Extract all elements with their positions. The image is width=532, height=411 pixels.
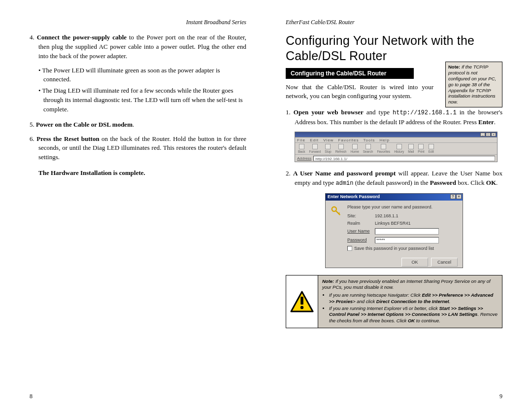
- tb-favorites[interactable]: Favorites: [377, 144, 390, 153]
- back-icon: [299, 144, 304, 149]
- warning-icon: [290, 291, 314, 312]
- dialog-prompt: Please type your user name and password.: [347, 205, 458, 209]
- dialog-close-icon[interactable]: ×: [456, 194, 462, 199]
- right-page: EtherFast Cable/DSL Router Configuring Y…: [266, 0, 532, 411]
- ok-button[interactable]: OK: [401, 258, 428, 267]
- stop-icon: [325, 144, 331, 149]
- svg-line-2: [339, 212, 340, 213]
- tb-mail[interactable]: Mail: [408, 144, 414, 153]
- menu-view[interactable]: View: [323, 138, 333, 142]
- username-input[interactable]: [375, 228, 439, 235]
- step-5: 5. Power on the Cable or DSL modem.: [30, 120, 246, 130]
- page-number-right: 9: [499, 393, 502, 400]
- series-header-right: EtherFast Cable/DSL Router: [286, 19, 502, 26]
- step6-bold: Press the Reset button: [36, 135, 99, 142]
- username-row: User Name: [347, 228, 458, 235]
- menu-edit[interactable]: Edit: [310, 138, 319, 142]
- cancel-button[interactable]: Cancel: [431, 258, 458, 267]
- warning-icon-cell: [286, 275, 318, 328]
- tb-search[interactable]: Search: [363, 144, 373, 153]
- intro-text: Now that the Cable/DSL Router is wired i…: [286, 83, 433, 102]
- favorites-icon: [381, 144, 386, 149]
- password-row: Password *****: [347, 237, 458, 243]
- note-text: If the TCP/IP protocol is not configured…: [448, 64, 496, 104]
- dialog-help-icon[interactable]: ?: [450, 194, 456, 199]
- password-input[interactable]: *****: [375, 237, 439, 243]
- key-icon: [331, 206, 341, 216]
- print-icon: [418, 144, 424, 149]
- forward-icon: [312, 144, 318, 149]
- password-label: Password: [347, 238, 375, 242]
- warn-bullet-netscape: If you are running Netscape Navigator: C…: [329, 292, 498, 305]
- realm-label: Realm: [347, 221, 375, 226]
- warn-bullet-ie: If you are running Internet Explorer v5 …: [329, 306, 498, 324]
- address-label: Address: [297, 156, 311, 161]
- step-2: 2. A User Name and password prompt will …: [286, 169, 502, 188]
- browser-titlebar: _ □ ×: [295, 132, 497, 137]
- browser-toolbar: Back Forward Stop Refresh Home Search Fa…: [295, 143, 497, 155]
- search-icon: [366, 144, 371, 149]
- close-icon[interactable]: ×: [491, 133, 496, 137]
- note-label: Note:: [448, 64, 460, 69]
- warn-note-label: Note:: [322, 278, 334, 284]
- dialog-title-text: Enter Network Password: [328, 194, 380, 199]
- save-password-checkbox[interactable]: [347, 246, 352, 251]
- save-password-label: Save this password in your password list: [354, 246, 434, 251]
- menu-tools[interactable]: Tools: [364, 138, 375, 142]
- svg-rect-4: [300, 297, 303, 305]
- mail-icon: [408, 144, 414, 149]
- realm-value: Linksys BEFSR41: [375, 221, 411, 226]
- install-complete: The Hardware Installation is complete.: [30, 169, 246, 177]
- tcpip-note-box: Note: If the TCP/IP protocol is not conf…: [445, 62, 502, 107]
- address-bar-row: Address http://192.168.1.1/: [295, 155, 497, 162]
- tb-print[interactable]: Print: [418, 144, 424, 153]
- site-label: Site:: [347, 213, 375, 218]
- maximize-icon[interactable]: □: [486, 133, 491, 137]
- router-url: http://192.168.1.1: [393, 109, 457, 116]
- minimize-icon[interactable]: _: [480, 133, 485, 137]
- home-icon: [352, 144, 358, 149]
- step5-text: Power on the Cable or DSL modem: [36, 121, 133, 128]
- username-label: User Name: [347, 229, 375, 234]
- tb-forward[interactable]: Forward: [309, 144, 321, 153]
- menu-file[interactable]: File: [297, 138, 305, 142]
- step4-bold: Connect the power-supply cable: [37, 34, 127, 41]
- site-value: 192.168.1.1: [375, 213, 399, 218]
- save-password-row: Save this password in your password list: [347, 246, 458, 251]
- tb-home[interactable]: Home: [350, 144, 359, 153]
- tb-stop[interactable]: Stop: [325, 144, 331, 153]
- browser-menubar: File Edit View Favorites Tools Help: [295, 137, 497, 143]
- step-4: 4. Connect the power-supply cable to the…: [30, 33, 246, 61]
- tb-refresh[interactable]: Refresh: [335, 144, 347, 153]
- tb-history[interactable]: History: [394, 144, 404, 153]
- edit-icon: [429, 144, 434, 149]
- browser-screenshot: _ □ × File Edit View Favorites Tools Hel…: [295, 132, 498, 162]
- series-header-left: Instant Broadband Series: [30, 19, 246, 26]
- page-number-left: 8: [30, 393, 33, 400]
- realm-row: Realm Linksys BEFSR41: [347, 221, 458, 226]
- svg-point-5: [300, 306, 303, 309]
- site-row: Site: 192.168.1.1: [347, 213, 458, 218]
- password-dialog: Enter Network Password ? × Please type y…: [325, 193, 463, 268]
- tb-edit[interactable]: Edit: [429, 144, 434, 153]
- menu-favorites[interactable]: Favorites: [338, 138, 359, 142]
- step-6: 6. Press the Reset button on the back of…: [30, 135, 246, 163]
- proxy-warning-box: Note: If you have previously enabled an …: [286, 275, 502, 328]
- bullet-2: • The Diag LED will illuminate red for a…: [30, 86, 246, 114]
- menu-help[interactable]: Help: [380, 138, 390, 142]
- history-icon: [397, 144, 402, 149]
- section-bar: Configuring the Cable/DSL Router: [286, 68, 414, 79]
- page-title: Configuring Your Network with the Cable/…: [286, 33, 502, 64]
- tb-back[interactable]: Back: [298, 144, 305, 153]
- refresh-icon: [338, 144, 344, 149]
- left-page: Instant Broadband Series 4. Connect the …: [0, 0, 266, 411]
- step-1: 1. Open your web browser and type http:/…: [286, 108, 502, 127]
- address-input[interactable]: http://192.168.1.1/: [313, 156, 495, 161]
- warning-text: Note: If you have previously enabled an …: [318, 275, 502, 328]
- bullet-1: • The Power LED will illuminate green as…: [30, 66, 246, 85]
- dialog-titlebar: Enter Network Password ? ×: [326, 194, 463, 201]
